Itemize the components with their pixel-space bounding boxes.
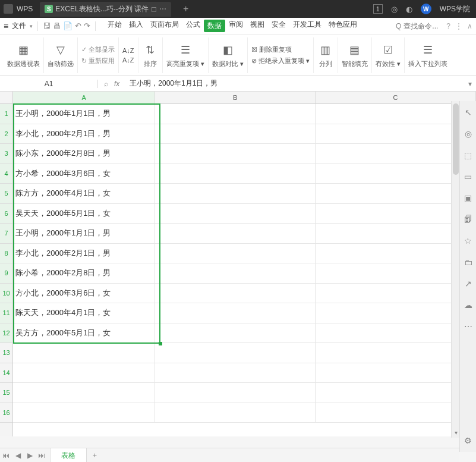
cell[interactable] [155,403,316,423]
cell[interactable]: 王小明，2000年1月1日，男 [13,104,155,124]
tab-special[interactable]: 特色应用 [325,20,361,32]
new-tab-button[interactable]: + [183,4,188,14]
sp-settings-icon[interactable]: ◎ [463,128,474,139]
hamburger-icon[interactable]: ≡ [4,21,8,31]
tab-pagelayout[interactable]: 页面布局 [147,20,182,32]
command-search[interactable]: Q [396,22,439,30]
row-header[interactable]: 14 [0,363,12,384]
sp-share-icon[interactable]: ↗ [463,278,474,289]
row-header[interactable]: 9 [0,263,12,284]
notification-badge[interactable]: 1 [373,4,383,14]
cell[interactable]: 吴天天，2000年5月1日，女 [13,204,155,224]
sort-asc-button[interactable]: A↓Z [122,47,134,54]
cloud-icon[interactable]: ◎ [391,5,398,14]
cell[interactable]: 李小北，2000年2月1日，男 [13,124,155,144]
sp-style-icon[interactable]: ⬚ [463,150,474,161]
cell[interactable] [155,164,316,184]
highlight-dup-button[interactable]: ☰ 高亮重复项 ▾ [163,37,209,73]
select-all-corner[interactable] [0,92,12,104]
undo-icon[interactable]: ↶ [75,21,81,30]
row-header[interactable]: 11 [0,303,12,323]
cell[interactable]: 方小希，2000年3月6日，女 [13,164,155,184]
preview-icon[interactable]: 📄 [63,21,72,30]
sp-box-icon[interactable]: ▣ [463,193,474,203]
sheet-last-icon[interactable]: ⏭ [36,451,48,460]
cell[interactable] [155,204,316,224]
cell[interactable] [155,284,316,304]
skin-icon[interactable]: ◐ [406,5,412,14]
row-header[interactable]: 5 [0,184,12,204]
text-to-columns-button[interactable]: ▥ 分列 [314,37,338,73]
tab-review[interactable]: 审阅 [225,20,247,32]
cell[interactable] [155,184,316,204]
row-header[interactable]: 10 [0,284,12,304]
add-sheet-button[interactable]: + [87,451,103,460]
cells[interactable]: 王小明，2000年1月1日，男李小北，2000年2月1日，男陈小东，2000年2… [13,104,476,423]
sp-folder-icon[interactable]: 🗀 [463,257,474,268]
cell[interactable] [155,363,316,384]
cell[interactable]: 吴方方，2000年5月1日，女 [13,323,155,344]
cell[interactable] [155,244,316,264]
sp-settings2-icon[interactable]: ⚙ [463,435,474,446]
help-icon[interactable]: ? [446,22,450,30]
tab-start[interactable]: 开始 [104,20,125,32]
cell[interactable]: 陈小希，2000年2月8日，男 [13,263,155,284]
cell[interactable] [155,303,316,323]
row-header[interactable]: 4 [0,164,12,184]
tab-menu-icon[interactable]: ⋯ [159,5,166,13]
tab-view[interactable]: 视图 [247,20,268,32]
tab-formula[interactable]: 公式 [182,20,204,32]
scroll-down-icon[interactable]: ▾ [452,429,460,438]
cell[interactable] [155,263,316,284]
cell[interactable] [155,343,316,363]
sort-desc-button[interactable]: A↓Z [122,56,134,64]
tab-devtools[interactable]: 开发工具 [289,20,325,32]
cell[interactable] [13,363,155,384]
reapply-button[interactable]: ↻重新应用 [81,56,115,65]
cell[interactable]: 陈天天，2000年4月1日，女 [13,303,155,323]
sp-star-icon[interactable]: ☆ [463,235,474,246]
row-header[interactable]: 7 [0,224,12,244]
fill-handle[interactable] [159,342,162,345]
expand-formula-icon[interactable]: ▾ [464,80,476,88]
cell[interactable] [155,144,316,164]
cell[interactable]: 李小北，2000年2月1日，男 [13,244,155,264]
row-header[interactable]: 16 [0,403,12,423]
user-avatar[interactable]: W [421,4,431,14]
cell[interactable] [155,224,316,244]
sp-backup-icon[interactable]: 🗐 [463,214,474,225]
cell[interactable] [155,104,316,124]
sheet-first-icon[interactable]: ⏮ [0,451,12,460]
cell[interactable] [155,323,316,344]
row-header[interactable]: 8 [0,244,12,264]
row-header[interactable]: 15 [0,383,12,403]
reject-dup-button[interactable]: ⊘拒绝录入重复项 ▾ [251,56,310,65]
cell[interactable]: 王小明，2000年1月1日，男 [13,224,155,244]
show-all-button[interactable]: ✓全部显示 [81,45,115,54]
cell[interactable] [13,403,155,423]
sp-cloud-icon[interactable]: ☁ [463,300,474,310]
collapse-ribbon-icon[interactable]: ∧ [467,22,472,30]
cell[interactable]: 陈方方，2000年4月1日，女 [13,184,155,204]
search-fn-icon[interactable]: ⌕ [104,80,108,88]
scroll-thumb[interactable] [453,103,459,175]
file-menu[interactable]: 文件 [12,21,26,31]
fx-icon[interactable]: fx [114,80,119,88]
name-box[interactable]: A1 [0,80,98,88]
sp-more-icon[interactable]: ⋯ [463,321,474,332]
cell[interactable] [13,383,155,403]
row-header[interactable]: 3 [0,144,12,164]
smart-fill-button[interactable]: ▤ 智能填充 [338,37,372,73]
row-header[interactable]: 12 [0,323,12,344]
formula-input[interactable]: 王小明，2000年1月1日，男 [125,78,464,89]
search-input[interactable] [404,22,439,30]
sheet-tab[interactable]: 表格 [50,448,87,463]
pivot-button[interactable]: ▦ 数据透视表 [4,37,44,73]
tab-data[interactable]: 数据 [204,20,225,32]
autofilter-button[interactable]: ▽ 自动筛选 [44,37,78,73]
vertical-scrollbar[interactable]: ▾ [451,101,459,438]
cursor-icon[interactable]: ↖ [463,107,474,118]
column-header-A[interactable]: A [13,92,155,103]
data-compare-button[interactable]: ◧ 数据对比 ▾ [209,37,248,73]
row-header[interactable]: 6 [0,204,12,224]
